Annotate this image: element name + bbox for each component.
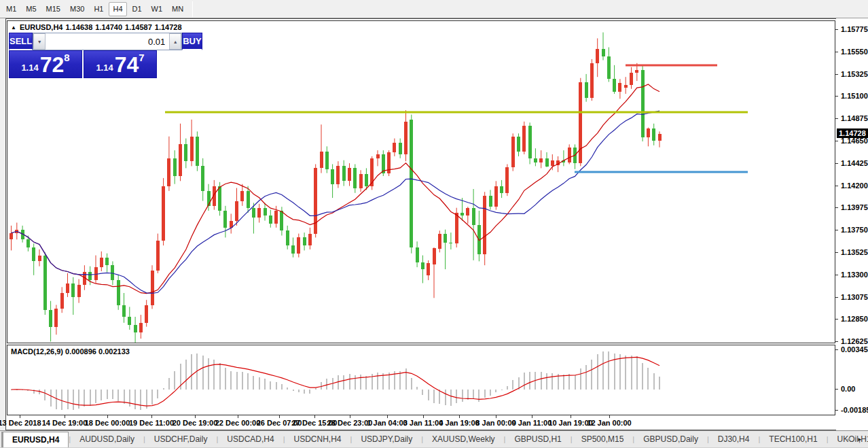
timeframe-button-M5[interactable]: M5 xyxy=(22,2,40,16)
macd-pane[interactable]: MACD(12,26,9) 0.000896 0.002133 xyxy=(7,345,835,415)
price-tick xyxy=(835,74,838,75)
time-tick xyxy=(459,415,460,418)
timeframe-button-H1[interactable]: H1 xyxy=(90,2,107,16)
volume-decrease-button[interactable]: ▼ xyxy=(33,33,46,50)
tab-scroll-right-icon[interactable]: ► xyxy=(854,436,866,443)
symbol-label: EURUSD,H4 xyxy=(20,23,63,31)
ma-slow-line xyxy=(12,111,660,293)
main-chart-pane[interactable]: ▲EURUSD,H41.146381.147401.145871.14728 S… xyxy=(7,20,835,343)
time-tick-label: 13 Dec 2018 xyxy=(0,419,41,427)
macd-indicator-label: MACD(12,26,9) 0.000896 0.002133 xyxy=(11,347,130,356)
time-tick-label: 10 Jan 19:00 xyxy=(548,419,592,427)
macd-axis-tick xyxy=(835,410,838,411)
price-tick-label: 1.12625 xyxy=(841,337,868,345)
volume-stepper: ▼ ▲ xyxy=(33,33,182,50)
one-click-trade-panel: SELL ▼ ▲ BUY 1.14 72 8 1.14 74 7 xyxy=(9,33,157,78)
price-tick-label: 1.13975 xyxy=(841,203,868,211)
price-axis[interactable]: 1.14728 1.157751.155501.153251.151001.14… xyxy=(836,18,868,430)
time-tick-label: 4 Jan 19:00 xyxy=(439,419,479,427)
time-tick-label: 28 Dec 23:00 xyxy=(327,419,373,427)
price-tick-label: 1.13750 xyxy=(841,226,868,234)
high-value: 1.14740 xyxy=(95,23,122,31)
time-tick xyxy=(423,415,424,418)
price-tick-label: 1.14650 xyxy=(841,137,868,145)
time-axis[interactable]: 13 Dec 201814 Dec 19:0018 Dec 00:0019 De… xyxy=(7,415,836,430)
macd-canvas[interactable] xyxy=(7,345,835,415)
time-tick xyxy=(20,415,20,418)
time-tick-label: 9 Jan 11:00 xyxy=(512,419,552,427)
time-tick xyxy=(609,415,610,418)
sell-price-display[interactable]: 1.14 72 8 xyxy=(9,50,82,78)
tab-scroll-arrows: ◄ ► xyxy=(842,430,866,448)
symbol-marker-icon: ▲ xyxy=(11,24,16,31)
time-tick-label: 20 Dec 19:00 xyxy=(173,419,218,427)
chart-tab-GBPUSD-H1[interactable]: GBPUSD,H1 xyxy=(505,431,570,447)
price-tick xyxy=(835,297,838,298)
time-tick xyxy=(65,415,65,418)
timeframe-button-M15[interactable]: M15 xyxy=(42,2,65,16)
chart-tab-EURUSD-H4[interactable]: EURUSD,H4 xyxy=(3,432,69,447)
volume-increase-button[interactable]: ▲ xyxy=(169,33,181,50)
open-value: 1.14638 xyxy=(66,23,93,31)
sell-price-prefix: 1.14 xyxy=(21,63,38,73)
time-tick xyxy=(532,415,532,418)
time-tick-label: 18 Dec 00:00 xyxy=(85,419,130,427)
chart-tabs-bar: EURUSD,H4|AUDUSD,Daily|USDCHF,Daily|USDC… xyxy=(0,430,868,448)
ohlc-header: ▲EURUSD,H41.146381.147401.145871.14728 xyxy=(11,23,185,31)
time-tick-label: 14 Dec 19:00 xyxy=(42,419,88,427)
timeframe-button-H4[interactable]: H4 xyxy=(109,2,126,16)
buy-button[interactable]: BUY xyxy=(182,33,202,50)
time-tick-label: 19 Dec 11:00 xyxy=(129,419,174,427)
timeframe-button-MN[interactable]: MN xyxy=(168,2,187,16)
price-tick xyxy=(835,163,838,164)
time-tick xyxy=(238,415,238,418)
chart-tab-SP500-M15[interactable]: SP500,M15 xyxy=(573,431,633,447)
time-tick xyxy=(279,415,280,418)
price-tick xyxy=(835,252,838,253)
buy-price-display[interactable]: 1.14 74 7 xyxy=(84,50,157,78)
timeframe-button-M1[interactable]: M1 xyxy=(2,2,20,16)
price-tick-label: 1.15550 xyxy=(841,48,868,56)
chart-tab-USDCHF-Daily[interactable]: USDCHF,Daily xyxy=(145,431,217,447)
time-tick-label: 1 Jan 04:00 xyxy=(367,419,407,427)
price-tick-label: 1.13525 xyxy=(841,248,868,256)
buy-price-pip: 7 xyxy=(139,52,144,63)
timeframe-button-W1[interactable]: W1 xyxy=(147,2,167,16)
macd-axis-tick xyxy=(835,349,838,350)
low-value: 1.14587 xyxy=(125,23,152,31)
volume-input[interactable] xyxy=(46,33,169,50)
chart-tab-AUDUSD-Daily[interactable]: AUDUSD,Daily xyxy=(71,431,143,447)
time-tick-label: 12 Jan 00:00 xyxy=(587,419,631,427)
price-tick xyxy=(835,186,838,186)
time-tick xyxy=(195,415,196,418)
buy-price-prefix: 1.14 xyxy=(96,63,113,73)
chart-tab-XAUUSD-Weekly[interactable]: XAUUSD,Weekly xyxy=(423,431,503,447)
chart-tab-USDJPY-Daily[interactable]: USDJPY,Daily xyxy=(352,431,421,447)
price-tick xyxy=(835,207,838,208)
macd-axis-label: 0.003452 xyxy=(841,345,868,354)
chart-tab-GBPUSD-Daily[interactable]: GBPUSD,Daily xyxy=(634,431,707,447)
price-tick-label: 1.15100 xyxy=(841,92,868,100)
chart-tab-USDCNH-H4[interactable]: USDCNH,H4 xyxy=(285,431,350,447)
sell-price-big: 72 xyxy=(40,54,65,75)
chart-tab-DJ30-H4[interactable]: DJ30,H4 xyxy=(709,431,759,447)
price-tick-label: 1.14425 xyxy=(841,159,868,167)
price-tick-label: 1.15775 xyxy=(841,25,868,33)
time-tick xyxy=(350,415,350,418)
price-tick xyxy=(835,230,838,230)
chart-tab-TECH100-H1[interactable]: TECH100,H1 xyxy=(760,431,826,447)
time-tick xyxy=(496,415,496,418)
close-value: 1.14728 xyxy=(155,23,182,31)
tab-scroll-left-icon[interactable]: ◄ xyxy=(842,436,854,443)
sell-button[interactable]: SELL xyxy=(9,33,33,50)
price-tick-label: 1.15325 xyxy=(841,70,868,78)
timeframe-button-M30[interactable]: M30 xyxy=(66,2,88,16)
price-tick xyxy=(835,275,838,275)
buy-price-big: 74 xyxy=(115,54,139,75)
macd-axis-tick xyxy=(835,389,838,390)
chart-tab-USDCAD-H4[interactable]: USDCAD,H4 xyxy=(218,431,283,447)
macd-axis-label: 0.00 xyxy=(841,385,855,393)
timeframe-button-D1[interactable]: D1 xyxy=(128,2,146,16)
time-tick xyxy=(314,415,315,418)
price-tick-label: 1.13075 xyxy=(841,293,868,301)
